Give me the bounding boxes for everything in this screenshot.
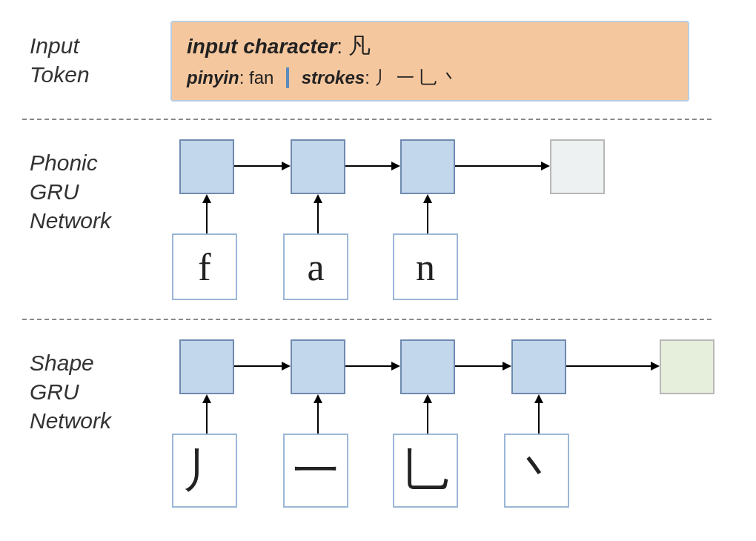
- arrow-right-icon: [455, 359, 511, 374]
- label-input-token: Input Token: [30, 31, 90, 89]
- arrow-right-icon: [234, 159, 291, 173]
- token-text: a: [307, 245, 324, 289]
- svg-marker-13: [282, 362, 291, 371]
- input-meta-line: pinyin: fan strokes: 丿 一 乚 丶: [187, 66, 673, 90]
- diagram-stage: Input Token input character: 凡 pinyin: f…: [0, 0, 756, 541]
- token-text: 丿: [182, 439, 228, 502]
- text: GRU: [30, 179, 79, 204]
- pinyin-value: fan: [249, 67, 273, 87]
- shape-output-cell: [660, 339, 714, 394]
- svg-marker-5: [541, 162, 550, 170]
- strokes-label: strokes: [302, 67, 365, 87]
- shape-cell-3: [400, 339, 455, 394]
- phonic-token-box: n: [393, 233, 458, 300]
- phonic-output-cell: [550, 139, 605, 194]
- arrow-up-icon: [199, 394, 214, 434]
- pinyin-label: pinyin: [187, 67, 239, 87]
- label-shape-gru: Shape GRU Network: [30, 348, 111, 435]
- arrow-right-icon: [234, 359, 291, 374]
- token-text: 乚: [402, 439, 448, 502]
- svg-marker-9: [314, 194, 322, 203]
- label-phonic-gru: Phonic GRU Network: [30, 148, 111, 235]
- svg-marker-7: [202, 194, 211, 203]
- phonic-cell-3: [400, 139, 455, 194]
- svg-marker-17: [503, 362, 511, 371]
- arrow-up-icon: [311, 194, 325, 233]
- input-character-line: input character: 凡: [187, 31, 673, 62]
- svg-marker-11: [423, 194, 432, 203]
- divider-1: [22, 119, 712, 120]
- colon: :: [239, 67, 249, 87]
- text: Network: [30, 208, 111, 233]
- text: Phonic: [30, 150, 98, 175]
- colon: :: [336, 35, 348, 58]
- shape-token-box: 丿: [172, 434, 237, 508]
- text: Network: [30, 408, 111, 433]
- arrow-up-icon: [531, 394, 546, 434]
- input-card: input character: 凡 pinyin: fan strokes: …: [170, 21, 689, 102]
- shape-token-box: 乚: [393, 434, 458, 508]
- text: Input: [30, 33, 79, 58]
- arrow-up-icon: [199, 194, 214, 233]
- phonic-cell-2: [291, 139, 345, 194]
- arrow-up-icon: [420, 394, 435, 434]
- svg-marker-1: [282, 162, 291, 170]
- arrow-up-icon: [311, 394, 325, 434]
- arrow-right-icon: [345, 159, 400, 173]
- label: input character: [187, 35, 336, 58]
- shape-token-box: 一: [283, 434, 348, 508]
- phonic-cell-1: [179, 139, 234, 194]
- input-character-value: 凡: [348, 33, 371, 58]
- text: GRU: [30, 379, 79, 404]
- svg-marker-23: [314, 394, 322, 403]
- text: Token: [30, 62, 90, 87]
- shape-cell-2: [291, 339, 345, 394]
- arrow-up-icon: [420, 194, 435, 233]
- text: Shape: [30, 351, 94, 375]
- arrow-right-icon: [345, 359, 400, 374]
- svg-marker-19: [651, 362, 660, 371]
- strokes-value: 丿 一 乚 丶: [374, 68, 459, 87]
- svg-marker-21: [202, 394, 211, 403]
- separator-bar: [286, 67, 289, 88]
- token-text: n: [416, 245, 435, 289]
- phonic-token-box: f: [172, 233, 237, 300]
- svg-marker-15: [391, 362, 400, 371]
- token-text: 丶: [514, 439, 560, 502]
- shape-cell-1: [179, 339, 234, 394]
- shape-token-box: 丶: [504, 434, 569, 508]
- shape-cell-4: [511, 339, 566, 394]
- svg-marker-27: [534, 394, 543, 403]
- arrow-right-icon: [455, 159, 550, 173]
- colon: :: [365, 67, 374, 87]
- token-text: 一: [293, 439, 339, 502]
- svg-marker-3: [391, 162, 400, 170]
- svg-marker-25: [423, 394, 432, 403]
- arrow-right-icon: [566, 359, 660, 374]
- phonic-token-box: a: [283, 233, 348, 300]
- token-text: f: [198, 245, 210, 289]
- divider-2: [22, 319, 712, 320]
